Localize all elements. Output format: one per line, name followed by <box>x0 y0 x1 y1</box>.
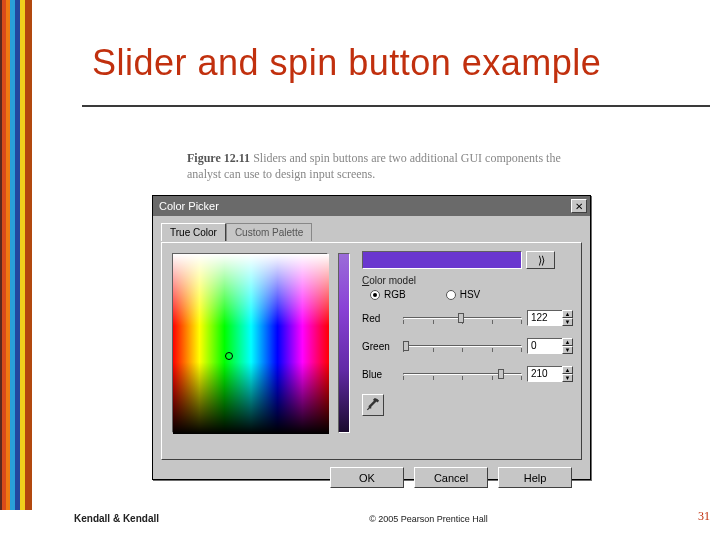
red-label: Red <box>362 313 398 324</box>
blue-label: Blue <box>362 369 398 380</box>
color-picker-dialog: Color Picker ✕ True Color Custom Palette <box>152 195 591 480</box>
green-spin[interactable]: 0 ▲ ▼ <box>527 338 573 354</box>
dialog-title-text: Color Picker <box>159 200 219 212</box>
close-icon[interactable]: ✕ <box>571 199 587 213</box>
radio-rgb-dot-icon <box>370 290 380 300</box>
color-model-group: RGB HSV <box>370 289 573 300</box>
radio-hsv-label: HSV <box>460 289 481 300</box>
help-button[interactable]: Help <box>498 467 572 488</box>
tab-true-color[interactable]: True Color <box>161 223 226 241</box>
eyedropper-button[interactable] <box>362 394 384 416</box>
color-model-label: Color model <box>362 275 573 286</box>
eyedropper-icon <box>366 398 380 412</box>
decorative-left-stripe <box>0 0 32 510</box>
red-slider[interactable] <box>403 312 522 324</box>
blue-spin-down-icon[interactable]: ▼ <box>562 374 573 382</box>
dialog-titlebar[interactable]: Color Picker ✕ <box>153 196 590 216</box>
slide-title: Slider and spin button example <box>92 42 601 84</box>
green-spin-down-icon[interactable]: ▼ <box>562 346 573 354</box>
color-spectrum[interactable] <box>172 253 328 433</box>
red-spin-up-icon[interactable]: ▲ <box>562 310 573 318</box>
radio-rgb[interactable]: RGB <box>370 289 406 300</box>
green-label: Green <box>362 341 398 352</box>
red-value[interactable]: 122 <box>527 310 562 326</box>
tab-custom-palette[interactable]: Custom Palette <box>226 223 312 241</box>
radio-hsv[interactable]: HSV <box>446 289 481 300</box>
blue-spin-up-icon[interactable]: ▲ <box>562 366 573 374</box>
svg-rect-1 <box>173 254 329 434</box>
radio-rgb-label: RGB <box>384 289 406 300</box>
saturation-bar[interactable] <box>338 253 350 433</box>
blue-spin[interactable]: 210 ▲ ▼ <box>527 366 573 382</box>
page-number: 31 <box>698 509 710 524</box>
green-value[interactable]: 0 <box>527 338 562 354</box>
add-color-button[interactable]: ⟩⟩ <box>526 251 555 269</box>
red-spin-down-icon[interactable]: ▼ <box>562 318 573 326</box>
red-row: Red 122 ▲ ▼ <box>362 310 573 326</box>
true-color-panel: ⟩⟩ Color model RGB HSV <box>161 242 582 460</box>
slide-area: Slider and spin button example Figure 12… <box>32 0 720 540</box>
blue-value[interactable]: 210 <box>527 366 562 382</box>
dialog-button-row: OK Cancel Help <box>161 460 582 488</box>
figure-caption: Figure 12.11 Sliders and spin buttons ar… <box>187 150 577 182</box>
tab-strip: True Color Custom Palette <box>161 222 582 240</box>
red-spin[interactable]: 122 ▲ ▼ <box>527 310 573 326</box>
radio-hsv-dot-icon <box>446 290 456 300</box>
figure-number: Figure 12.11 <box>187 151 250 165</box>
blue-slider[interactable] <box>403 368 522 380</box>
green-slider[interactable] <box>403 340 522 352</box>
spectrum-cursor-icon[interactable] <box>225 352 233 360</box>
cancel-button[interactable]: Cancel <box>414 467 488 488</box>
slide-footer: Kendall & Kendall © 2005 Pearson Prentic… <box>74 509 710 524</box>
title-underline <box>82 105 710 107</box>
green-row: Green 0 ▲ ▼ <box>362 338 573 354</box>
ok-button[interactable]: OK <box>330 467 404 488</box>
footer-byline: Kendall & Kendall <box>74 513 159 524</box>
footer-copyright: © 2005 Pearson Prentice Hall <box>159 514 698 524</box>
green-spin-up-icon[interactable]: ▲ <box>562 338 573 346</box>
current-color-swatch <box>362 251 522 269</box>
blue-row: Blue 210 ▲ ▼ <box>362 366 573 382</box>
